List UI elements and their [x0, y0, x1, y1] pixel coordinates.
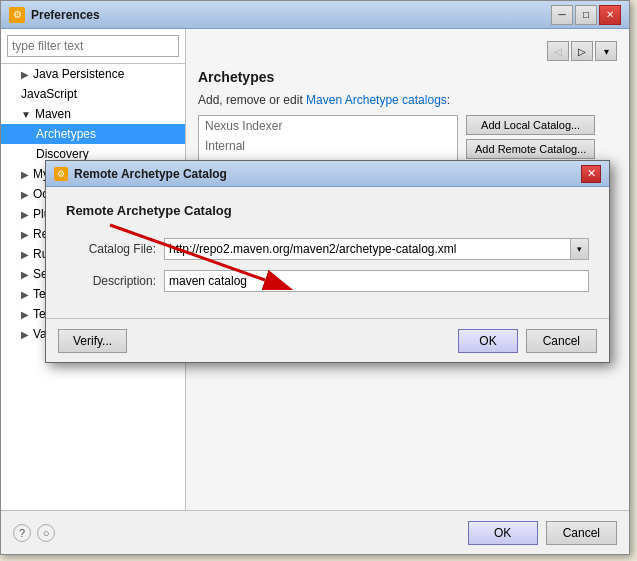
close-button[interactable]: ✕	[599, 5, 621, 25]
dialog-close-button[interactable]: ✕	[581, 165, 601, 183]
expand-arrow-plu: ▶	[21, 209, 29, 220]
dialog-icon: ⚙	[54, 167, 68, 181]
catalog-file-input[interactable]	[165, 240, 570, 258]
expand-arrow-re: ▶	[21, 229, 29, 240]
sidebar-item-java-persistence[interactable]: ▶ Java Persistence	[1, 64, 185, 84]
sidebar-item-archetypes[interactable]: Archetypes	[1, 124, 185, 144]
sidebar-label-archetypes: Archetypes	[36, 127, 96, 141]
expand-arrow-oo: ▶	[21, 189, 29, 200]
remote-archetype-dialog: ⚙ Remote Archetype Catalog ✕ Remote Arch…	[45, 160, 610, 363]
expand-arrow-my: ▶	[21, 169, 29, 180]
main-window-icon: ⚙	[9, 7, 25, 23]
catalog-file-row: Catalog File: ▾	[66, 238, 589, 260]
combo-dropdown-arrow[interactable]: ▾	[570, 239, 588, 259]
panel-desc-suffix: :	[447, 93, 450, 107]
help-icon[interactable]: ?	[13, 524, 31, 542]
sidebar-item-javascript[interactable]: JavaScript	[1, 84, 185, 104]
main-titlebar: ⚙ Preferences ─ □ ✕	[1, 1, 629, 29]
info-icon[interactable]: ○	[37, 524, 55, 542]
catalog-file-label: Catalog File:	[66, 242, 156, 256]
expand-arrow-se: ▶	[21, 269, 29, 280]
description-label: Description:	[66, 274, 156, 288]
main-window-title: Preferences	[31, 8, 551, 22]
maven-catalogs-link[interactable]: Maven Archetype catalogs	[306, 93, 447, 107]
main-bottom-bar: ? ○ OK Cancel	[1, 510, 629, 554]
dialog-bottom-bar: Verify... OK Cancel	[46, 318, 609, 362]
main-cancel-button[interactable]: Cancel	[546, 521, 617, 545]
description-row: Description:	[66, 270, 589, 292]
expand-arrow-maven: ▼	[21, 109, 31, 120]
expand-arrow-tea: ▶	[21, 289, 29, 300]
main-ok-button[interactable]: OK	[468, 521, 538, 545]
minimize-button[interactable]: ─	[551, 5, 573, 25]
dialog-heading: Remote Archetype Catalog	[66, 203, 589, 218]
titlebar-buttons: ─ □ ✕	[551, 5, 621, 25]
sidebar-item-maven[interactable]: ▼ Maven	[1, 104, 185, 124]
dialog-title: Remote Archetype Catalog	[74, 167, 581, 181]
sidebar-label-java-persistence: Java Persistence	[33, 67, 124, 81]
dialog-titlebar: ⚙ Remote Archetype Catalog ✕	[46, 161, 609, 187]
description-input[interactable]	[164, 270, 589, 292]
expand-arrow-va: ▶	[21, 329, 29, 340]
dialog-ok-button[interactable]: OK	[458, 329, 517, 353]
catalog-item-nexus[interactable]: Nexus Indexer	[199, 116, 457, 136]
dialog-content: Remote Archetype Catalog Catalog File: ▾…	[46, 187, 609, 318]
sidebar-label-maven: Maven	[35, 107, 71, 121]
sidebar-label-javascript: JavaScript	[21, 87, 77, 101]
filter-bar	[1, 29, 185, 64]
dropdown-button[interactable]: ▾	[595, 41, 617, 61]
expand-arrow-te: ▶	[21, 309, 29, 320]
add-local-catalog-button[interactable]: Add Local Catalog...	[466, 115, 595, 135]
catalog-file-combo[interactable]: ▾	[164, 238, 589, 260]
panel-desc-text: Add, remove or edit	[198, 93, 306, 107]
back-button[interactable]: ◁	[547, 41, 569, 61]
sidebar-label-discovery: Discovery	[36, 147, 89, 161]
add-remote-catalog-button[interactable]: Add Remote Catalog...	[466, 139, 595, 159]
maximize-button[interactable]: □	[575, 5, 597, 25]
forward-button[interactable]: ▷	[571, 41, 593, 61]
help-icons: ? ○	[13, 524, 55, 542]
dialog-cancel-button[interactable]: Cancel	[526, 329, 597, 353]
expand-arrow-java-persistence: ▶	[21, 69, 29, 80]
catalog-item-internal[interactable]: Internal	[199, 136, 457, 156]
expand-arrow-ru: ▶	[21, 249, 29, 260]
panel-description: Add, remove or edit Maven Archetype cata…	[198, 93, 617, 107]
filter-input[interactable]	[7, 35, 179, 57]
verify-button[interactable]: Verify...	[58, 329, 127, 353]
nav-toolbar: ◁ ▷ ▾	[198, 41, 617, 61]
panel-title: Archetypes	[198, 69, 617, 85]
